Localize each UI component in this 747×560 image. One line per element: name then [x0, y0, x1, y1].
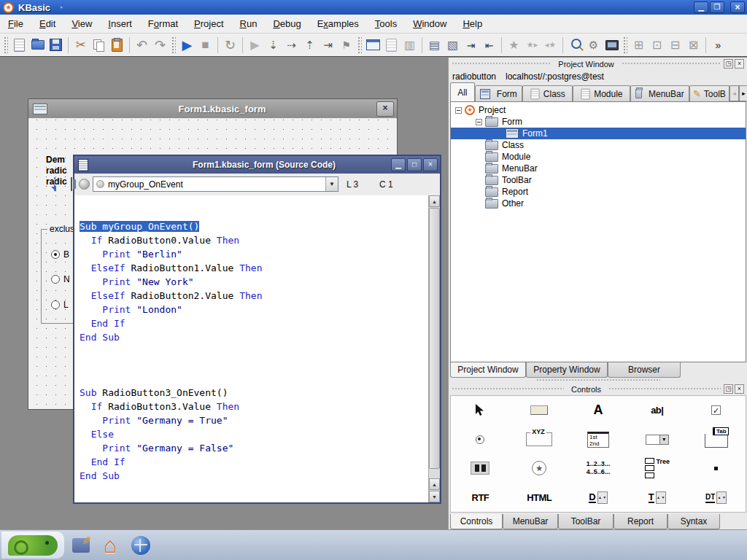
project-tree[interactable]: ★ProjectFormForm1ClassModuleMenuBarToolB… — [450, 101, 746, 362]
code-scrollbar[interactable]: ▲ ▲ ▼ — [428, 195, 440, 502]
form-label-block[interactable]: Demradicradic — [46, 155, 67, 187]
undo-icon[interactable]: ↶ — [133, 36, 151, 54]
menu-debug[interactable]: Debug — [265, 16, 309, 31]
code-line-19[interactable]: End If — [80, 455, 440, 469]
controls-panel-titlebar[interactable]: Controls ◳ × — [449, 383, 747, 395]
main-titlebar[interactable]: ★ KBasic ◔ ▁ ❐ × — [0, 0, 747, 15]
indent-icon[interactable]: ⇥ — [462, 36, 480, 54]
groupbox-tool[interactable]: XYZ — [510, 425, 569, 454]
code-line-3[interactable]: If RadioButton0.Value Then — [80, 233, 440, 247]
pointer-tool[interactable] — [451, 396, 510, 425]
code-editor[interactable]: Sub myGroup_OnEvent() If RadioButton0.Va… — [74, 195, 440, 502]
code-line-18[interactable]: Print "Germany = False" — [80, 441, 440, 455]
prev-bookmark-icon[interactable]: ◂★ — [541, 36, 560, 54]
form-radiobutton-2[interactable]: L — [51, 300, 69, 310]
code-line-21[interactable] — [80, 483, 440, 497]
tree-item-form[interactable]: Form — [451, 116, 746, 128]
form-code-icon[interactable]: ▧ — [444, 36, 462, 54]
frame-select-icon[interactable] — [54, 177, 55, 191]
run-to-cursor-icon[interactable]: ⇥ — [319, 36, 337, 54]
source-code-window[interactable]: Form1.kbasic_form (Source Code) ▁ □ × my… — [73, 155, 441, 504]
print-preview-icon[interactable]: ▥ — [400, 36, 419, 54]
code-line-4[interactable]: Print "Berlin" — [80, 247, 440, 261]
menu-run[interactable]: Run — [232, 16, 266, 31]
controls-panel-float-button[interactable]: ◳ — [724, 384, 733, 394]
tabcontrol-tool[interactable]: Tab — [686, 425, 746, 454]
toolbar-handle[interactable] — [171, 36, 176, 54]
tab-scroll-right-button[interactable]: ▸ — [739, 85, 747, 101]
save-file-icon[interactable] — [47, 36, 65, 54]
form-window-icon[interactable] — [364, 36, 382, 54]
project-panel-float-button[interactable]: ◳ — [724, 59, 733, 69]
radiobutton-tool[interactable] — [451, 425, 510, 454]
code-line-6[interactable]: Print "New York" — [80, 275, 440, 289]
project-tab-module[interactable]: Module — [573, 85, 630, 101]
notes-launcher[interactable] — [70, 534, 92, 556]
tree-item-class[interactable]: Class — [451, 139, 746, 151]
scroll-up-button-2[interactable]: ▲ — [429, 478, 440, 490]
controls-tab-syntax[interactable]: Syntax — [667, 514, 720, 529]
redo-icon[interactable]: ↷ — [151, 36, 169, 54]
controls-tab-report[interactable]: Report — [614, 514, 667, 529]
panel-tab-browser[interactable]: Browser — [608, 362, 681, 378]
browser-launcher[interactable] — [130, 534, 152, 556]
project-tab-all[interactable]: All — [450, 82, 475, 101]
step-over-icon[interactable]: ⇢ — [282, 36, 301, 54]
tree-expander[interactable] — [455, 107, 462, 114]
textbox-tool[interactable]: ab| — [627, 396, 686, 425]
controls-panel-close-button[interactable]: × — [735, 384, 744, 394]
menu-project[interactable]: Project — [186, 16, 231, 31]
point-tool[interactable] — [686, 454, 746, 483]
code-line-12[interactable] — [80, 358, 440, 372]
code-line-9[interactable]: End If — [80, 316, 440, 330]
scroll-down-button[interactable]: ▼ — [429, 491, 440, 502]
code-line-20[interactable]: End Sub — [80, 469, 440, 483]
step-out-icon[interactable]: ⇡ — [301, 36, 319, 54]
panel-tab-project-window[interactable]: Project Window — [450, 362, 526, 378]
code-close-button[interactable]: × — [423, 158, 438, 171]
settings-icon[interactable]: ⚙ — [584, 36, 603, 54]
form-radiobutton-0[interactable]: B — [51, 249, 69, 260]
dateedit-tool[interactable]: D▲ ▼ — [569, 483, 628, 512]
events-sphere-icon[interactable] — [79, 179, 90, 190]
tree-item-toolbar[interactable]: ToolBar — [451, 174, 746, 186]
toolbar-overflow-icon[interactable]: » — [709, 36, 727, 54]
code-line-8[interactable]: Print "London" — [80, 303, 440, 316]
project-panel-close-button[interactable]: × — [735, 59, 744, 69]
code-line-7[interactable]: ElseIf RadioButton2.Value Then — [80, 289, 440, 303]
run-icon[interactable]: ▶ — [178, 36, 196, 54]
datetimeedit-tool[interactable]: DT▲ ▼ — [686, 483, 746, 512]
menu-view[interactable]: View — [63, 16, 100, 31]
form-window-close-button[interactable]: × — [376, 101, 394, 117]
next-bookmark-icon[interactable]: ★▸ — [523, 36, 541, 54]
code-line-16[interactable]: Print "Germany = True" — [80, 413, 440, 427]
code-line-15[interactable]: If RadioButton3.Value Then — [80, 400, 440, 413]
open-file-icon[interactable] — [28, 36, 47, 54]
listbox-tool[interactable]: 1st2nd — [569, 425, 628, 454]
unindent-icon[interactable]: ⇤ — [480, 36, 498, 54]
new-file-icon[interactable] — [10, 36, 28, 54]
layout-center-icon[interactable]: ⊡ — [648, 36, 666, 54]
menu-format[interactable]: Format — [140, 16, 186, 31]
step-into-icon[interactable]: ⇣ — [264, 36, 282, 54]
richtext-tool[interactable]: RTF — [451, 483, 510, 512]
label-tool[interactable]: A — [569, 396, 628, 425]
project-panel-titlebar[interactable]: Project Window ◳ × — [449, 58, 747, 70]
timeedit-tool[interactable]: T▲ ▼ — [627, 483, 686, 512]
radio-circle[interactable] — [51, 300, 60, 309]
restore-button[interactable]: ❐ — [710, 1, 724, 13]
layout-hsplit-icon[interactable]: ⊟ — [666, 36, 684, 54]
tree-expander[interactable] — [476, 119, 482, 125]
layout-vsplit-icon[interactable]: ⊠ — [684, 36, 703, 54]
tree-item-module[interactable]: Module — [451, 151, 746, 163]
image-tool[interactable]: ★ — [510, 454, 569, 483]
code-line-5[interactable]: ElseIf RadioButton1.Value Then — [80, 261, 440, 275]
close-button[interactable]: × — [730, 1, 745, 13]
continue-icon[interactable]: ▶ — [246, 36, 264, 54]
menu-help[interactable]: Help — [454, 16, 490, 31]
code-line-14[interactable]: Sub RadioButton3_OnEvent() — [80, 386, 440, 400]
combobox-dropdown-arrow[interactable]: ▼ — [325, 177, 338, 191]
project-tab-toolb[interactable]: ✎ToolB — [689, 85, 729, 101]
expand-editor-icon[interactable] — [71, 177, 72, 191]
code-line-11[interactable] — [80, 344, 440, 358]
